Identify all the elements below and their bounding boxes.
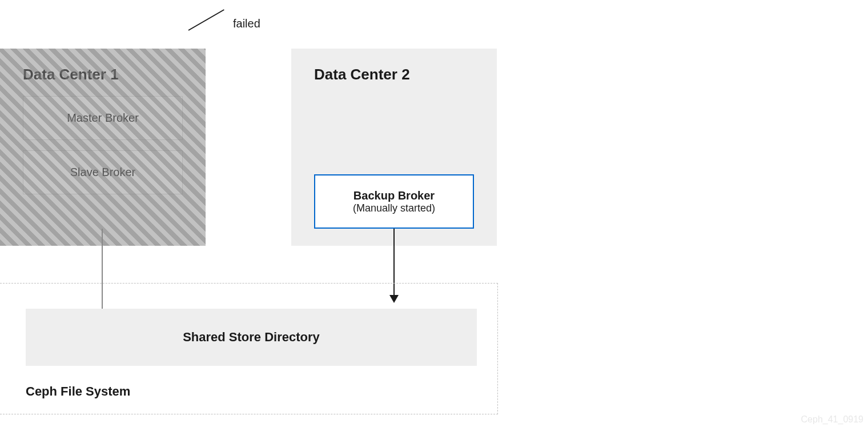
backup-broker-title: Backup Broker xyxy=(353,189,435,202)
failed-annotation-line xyxy=(188,9,224,31)
master-broker-box: Master Broker xyxy=(23,96,183,140)
data-center-1: Data Center 1 Master Broker Slave Broker xyxy=(0,49,206,246)
diagram-canvas: failed Data Center 1 Master Broker Slave… xyxy=(0,0,868,435)
data-center-1-title: Data Center 1 xyxy=(23,66,183,83)
watermark-label: Ceph_41_0919 xyxy=(801,414,863,425)
ceph-file-system-label: Ceph File System xyxy=(26,384,130,399)
backup-broker-box: Backup Broker (Manually started) xyxy=(314,174,474,229)
data-center-2-title: Data Center 2 xyxy=(314,66,474,83)
backup-broker-subtitle: (Manually started) xyxy=(353,202,435,214)
slave-broker-box: Slave Broker xyxy=(23,150,183,194)
failed-annotation: failed xyxy=(233,17,260,30)
shared-store-directory: Shared Store Directory xyxy=(26,309,477,366)
